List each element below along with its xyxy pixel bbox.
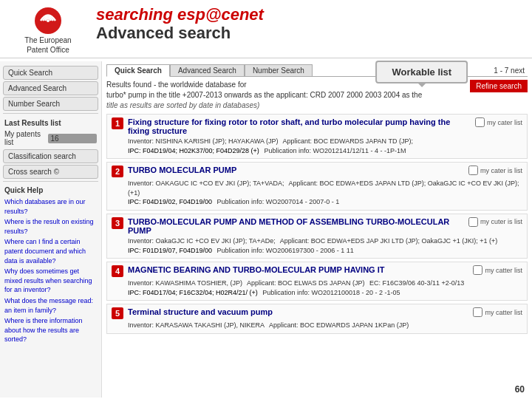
page-number: 60 bbox=[515, 384, 525, 395]
help-item-5[interactable]: Where is there information about how the… bbox=[0, 316, 101, 345]
workable-banner: Workable list bbox=[376, 61, 468, 83]
sidebar-divider-1 bbox=[3, 113, 98, 114]
results-list: 1 Fixing structure for fixing rotor to r… bbox=[106, 114, 528, 334]
org-label: The European Patent Office bbox=[24, 35, 71, 55]
help-item-3[interactable]: Why does sometimes get mixed results whe… bbox=[0, 266, 101, 296]
tab-quick[interactable]: Quick Search bbox=[106, 64, 170, 77]
sidebar-divider-2 bbox=[3, 181, 98, 182]
result-number-4: 4 bbox=[112, 265, 123, 277]
result-item-5: 5 Terminal structure and vacuum pump my … bbox=[106, 304, 528, 334]
advanced-search-button[interactable]: Advanced Search bbox=[3, 81, 98, 95]
refine-search-button[interactable]: Refine search bbox=[470, 80, 528, 92]
help-item-2[interactable]: Where can I find a certain patent docume… bbox=[0, 236, 101, 266]
my-patents-badge: 16 bbox=[48, 134, 98, 143]
ipc-2: IPC: F04D19/02, F04D19/00 bbox=[128, 198, 212, 205]
result-number-1: 1 bbox=[112, 117, 123, 129]
help-item-1[interactable]: Where is the result on existing results? bbox=[0, 216, 101, 236]
result-header-5: 5 Terminal structure and vacuum pump my … bbox=[112, 307, 522, 319]
quick-search-button[interactable]: Quick Search bbox=[3, 66, 98, 80]
result-checkbox-area-1: my cater list bbox=[475, 117, 522, 127]
epo-logo-icon bbox=[33, 6, 63, 35]
sidebar: Quick Search Advanced Search Number Sear… bbox=[0, 61, 102, 398]
tab-number[interactable]: Number Search bbox=[245, 64, 313, 76]
result-meta-1: Inventor: NISHINA KARISHI (JP); HAYAKAWA… bbox=[128, 137, 522, 155]
search-summary: Refine search Results found - the worldw… bbox=[106, 80, 528, 111]
result-checkbox-area-4: my catter list bbox=[473, 265, 522, 275]
applicant-3: Applicant: BOC EDWA+EDS JAP JKI LTD (JP)… bbox=[280, 237, 497, 245]
result-header-3: 3 TURBO-MOLECULAR PUMP AND METHOD OF ASS… bbox=[112, 217, 522, 235]
applicant-4: Applicant: BOC ELWAS DS JAPAN (JP) bbox=[247, 279, 364, 287]
help-item-0[interactable]: Which databases are in our results? bbox=[0, 197, 101, 216]
result-checkbox-3[interactable] bbox=[468, 217, 478, 227]
result-title-4[interactable]: MAGNETIC BEARING AND TURBO-MOLECULAR PUM… bbox=[128, 265, 468, 274]
number-search-button[interactable]: Number Search bbox=[3, 97, 98, 111]
main-layout: Quick Search Advanced Search Number Sear… bbox=[0, 61, 532, 398]
result-checkbox-area-2: my cater is list bbox=[468, 166, 522, 175]
result-item-4: 4 MAGNETIC BEARING AND TURBO-MOLECULAR P… bbox=[106, 262, 528, 301]
result-title-1[interactable]: Fixing structure for fixing rotor to rot… bbox=[128, 117, 471, 135]
content-area: Quick Search Advanced Search Number Sear… bbox=[102, 61, 532, 398]
logo-area: The European Patent Office bbox=[7, 6, 89, 55]
result-meta-4: Inventor: KAWASHIMA TOSHIER, (JP) Applic… bbox=[128, 279, 522, 297]
header-title: searching esp@cenet Advanced search bbox=[96, 6, 264, 43]
summary-line2: turbo* pump in the title +2007-2013 onwa… bbox=[106, 90, 528, 100]
summary-line3: title as results are sorted by date in d… bbox=[106, 100, 528, 111]
result-meta-5: Inventor: KARASAWA TAKASHI (JP), NIKERA … bbox=[128, 321, 522, 330]
crosssearch-button[interactable]: Cross search © bbox=[3, 165, 98, 179]
result-item-2: 2 TURBO MOLECULAR PUMP my cater is list … bbox=[106, 162, 528, 211]
result-meta-2: Inventor: OAKAGUC IC +CO EV JKI (JP); TA… bbox=[128, 179, 522, 207]
help-item-4[interactable]: What does the message read: an item in f… bbox=[0, 296, 101, 316]
inventor-4: Inventor: KAWASHIMA TOSHIER, (JP) bbox=[128, 279, 242, 287]
result-checkbox-area-5: my catter list bbox=[473, 307, 522, 317]
pub-4: Publication info: WO2012100018 - 20 - 2 … bbox=[262, 289, 400, 296]
result-number-5: 5 bbox=[112, 307, 123, 319]
ipc-1: IPC: F04D19/04; H02K37/00; F04D29/28 (+) bbox=[128, 147, 259, 154]
inventor-3: Inventor: OakaGJC IC +CO EV JKI (JP); TA… bbox=[128, 237, 276, 245]
result-item-3: 3 TURBO-MOLECULAR PUMP AND METHOD OF ASS… bbox=[106, 214, 528, 259]
svg-point-1 bbox=[47, 19, 50, 22]
result-checkbox-4[interactable] bbox=[473, 265, 482, 275]
my-patents-row: My patents list 16 bbox=[0, 129, 101, 148]
result-checkbox-5[interactable] bbox=[473, 307, 482, 317]
result-checkbox-1[interactable] bbox=[475, 117, 485, 127]
pub-3: Publication info: WO2006197300 - 2006 - … bbox=[217, 247, 354, 254]
result-number-2: 2 bbox=[112, 166, 123, 177]
result-item-1: 1 Fixing structure for fixing rotor to r… bbox=[106, 114, 528, 159]
ec-4: EC: F16C39/06 40-3/11 +2-0/13 bbox=[369, 279, 464, 287]
pub-1: Publication info: WO2012141/12/11 - 4 - … bbox=[264, 147, 406, 154]
header: The European Patent Office searching esp… bbox=[0, 0, 532, 58]
result-title-2[interactable]: TURBO MOLECULAR PUMP bbox=[128, 166, 464, 174]
result-checkbox-area-3: my cuter is list bbox=[468, 217, 522, 227]
ipc-4: IPC: F04D17/04; F16C32/04; H02R4/21/ (+) bbox=[128, 289, 258, 296]
result-header-4: 4 MAGNETIC BEARING AND TURBO-MOLECULAR P… bbox=[112, 265, 522, 277]
pub-2: Publication info: WO2007014 - 2007-0 - 1 bbox=[217, 198, 340, 205]
inventor-5: Inventor: KARASAWA TAKASHI (JP), NIKERA bbox=[128, 321, 265, 329]
my-patents-label: My patents list bbox=[4, 130, 48, 146]
result-number-3: 3 bbox=[112, 217, 123, 229]
quick-help-title: Quick Help bbox=[0, 184, 101, 197]
inventor-2: Inventor: OAKAGUC IC +CO EV JKI (JP); TA… bbox=[128, 180, 284, 187]
result-header-2: 2 TURBO MOLECULAR PUMP my cater is list bbox=[112, 166, 522, 177]
title-bold: Advanced search bbox=[96, 24, 264, 43]
applicant-1: Applicant: BOC EDWARDS JAPAN TD (JP); bbox=[283, 137, 413, 145]
title-italic: searching esp@cenet bbox=[96, 6, 264, 24]
result-checkbox-2[interactable] bbox=[468, 166, 478, 175]
result-title-5[interactable]: Terminal structure and vacuum pump bbox=[128, 307, 468, 316]
ipc-3: IPC: F01D19/07, F04D19/00 bbox=[128, 247, 212, 254]
result-meta-3: Inventor: OakaGJC IC +CO EV JKI (JP); TA… bbox=[128, 236, 522, 255]
result-header-1: 1 Fixing structure for fixing rotor to r… bbox=[112, 117, 522, 135]
last-results-label: Last Results list bbox=[0, 116, 101, 129]
tab-advanced[interactable]: Advanced Search bbox=[170, 64, 245, 76]
applicant-5: Applicant: BOC EDWARDS JAPAN 1KPan (JP) bbox=[269, 321, 409, 329]
classification-search-button[interactable]: Classification search bbox=[3, 149, 98, 163]
inventor-1: Inventor: NISHINA KARISHI (JP); HAYAKAWA… bbox=[128, 137, 279, 145]
result-title-3[interactable]: TURBO-MOLECULAR PUMP AND METHOD OF ASSEM… bbox=[128, 217, 464, 235]
